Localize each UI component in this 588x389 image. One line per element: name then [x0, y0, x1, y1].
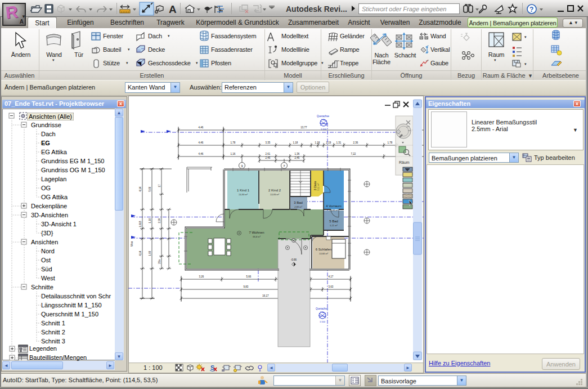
svg-text:13,89 m²: 13,89 m² — [239, 193, 248, 196]
svg-text:5,11 m²: 5,11 m² — [330, 224, 338, 227]
svg-text:A: A — [169, 3, 177, 15]
svg-text:1,66: 1,66 — [149, 251, 151, 256]
svg-text:2,61: 2,61 — [266, 153, 271, 155]
svg-text:1,31: 1,31 — [336, 141, 342, 144]
svg-text:3,63: 3,63 — [329, 285, 334, 288]
svg-text:1,18: 1,18 — [293, 141, 298, 144]
svg-text:20a: 20a — [158, 260, 161, 264]
svg-text:2,26: 2,26 — [158, 218, 161, 223]
svg-text:Querachse: Querachse — [317, 115, 330, 118]
svg-text:1,16: 1,16 — [231, 153, 236, 155]
svg-text:5 Bad: 5 Bad — [329, 220, 338, 223]
svg-text:1,618: 1,618 — [139, 221, 142, 227]
svg-text:13,66 m²: 13,66 m² — [319, 252, 328, 255]
svg-text:1 Kind 1: 1 Kind 1 — [237, 189, 250, 192]
svg-text:?: ? — [529, 6, 533, 14]
svg-text:1,36: 1,36 — [295, 153, 300, 155]
svg-text:4,46: 4,46 — [199, 153, 204, 155]
svg-text:9,83: 9,83 — [244, 285, 249, 288]
svg-text:4,46: 4,46 — [199, 126, 204, 129]
svg-text:Autodesk Revi...: Autodesk Revi... — [286, 5, 347, 14]
svg-text:-0,66: -0,66 — [291, 258, 297, 261]
svg-text:6 Schlafen: 6 Schlafen — [316, 248, 331, 251]
svg-text:1,78: 1,78 — [388, 141, 393, 144]
svg-text:16,17: 16,17 — [262, 294, 269, 297]
svg-text:3,26: 3,26 — [199, 275, 204, 278]
svg-text:5,66: 5,66 — [149, 186, 151, 191]
svg-text:7 Wohnen: 7 Wohnen — [249, 231, 264, 234]
svg-text:Räum: Räum — [399, 160, 410, 164]
svg-text:1,78: 1,78 — [231, 141, 236, 144]
svg-text:4,14: 4,14 — [139, 251, 142, 256]
svg-text:2,88 m²: 2,88 m² — [294, 205, 302, 208]
svg-text:4 Vorraum: 4 Vorraum — [326, 204, 342, 208]
svg-text:Wea: Wea — [131, 241, 133, 247]
svg-text:13,77: 13,77 — [300, 126, 307, 129]
svg-text:Querachse: Querachse — [316, 307, 329, 310]
svg-text:2,45: 2,45 — [266, 157, 271, 159]
svg-text:3,11 m²: 3,11 m² — [317, 183, 320, 191]
svg-text:1,18: 1,18 — [315, 141, 320, 144]
svg-text:4,17: 4,17 — [329, 275, 334, 278]
svg-text:7,22: 7,22 — [351, 153, 356, 155]
svg-text:12,66 m²: 12,66 m² — [329, 209, 338, 212]
svg-text:5,66: 5,66 — [246, 275, 252, 278]
svg-text:3 Bad: 3 Bad — [294, 201, 303, 204]
svg-text:4,46: 4,46 — [199, 141, 204, 144]
svg-text:13,89 m²: 13,89 m² — [270, 193, 279, 196]
svg-text:4,14: 4,14 — [139, 186, 142, 191]
svg-text:2,45: 2,45 — [295, 157, 300, 159]
svg-text:3,35: 3,35 — [266, 141, 271, 144]
svg-text:2,19: 2,19 — [326, 141, 331, 144]
svg-text:17: 17 — [158, 184, 161, 187]
svg-text:66,4 m²: 66,4 m² — [253, 235, 261, 238]
svg-text:2 Kind 2: 2 Kind 2 — [268, 189, 281, 192]
svg-text:2,36: 2,36 — [353, 141, 358, 144]
svg-text:1:100: 1:100 — [320, 320, 326, 323]
svg-text:1,16: 1,16 — [149, 218, 151, 223]
